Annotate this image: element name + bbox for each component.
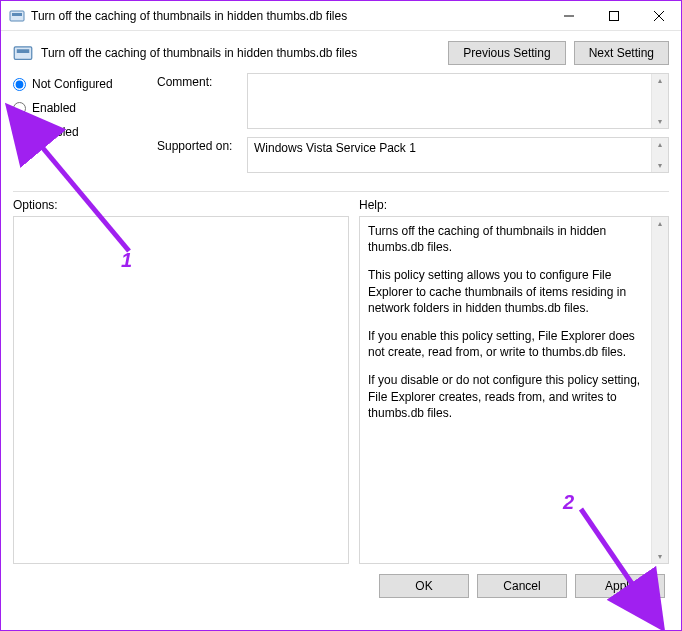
ok-button[interactable]: OK [379,574,469,598]
help-panel: Turns off the caching of thumbnails in h… [359,216,669,564]
options-value [14,217,348,563]
svg-rect-1 [12,13,22,16]
scroll-down-icon[interactable]: ▾ [658,117,662,126]
options-panel [13,216,349,564]
svg-rect-7 [17,49,30,53]
apply-button[interactable]: Apply [575,574,665,598]
scroll-down-icon[interactable]: ▾ [658,161,662,170]
scroll-up-icon[interactable]: ▴ [658,140,662,149]
help-paragraph: This policy setting allows you to config… [368,267,643,316]
lower-labels: Options: Help: [1,198,681,216]
svg-rect-3 [609,11,618,20]
fields-column: Comment: ▴ ▾ Supported on: Windows Vista… [157,73,669,181]
comment-label: Comment: [157,73,247,89]
scroll-up-icon[interactable]: ▴ [658,76,662,85]
help-label: Help: [359,198,387,212]
radio-enabled-input[interactable] [13,102,26,115]
next-setting-button[interactable]: Next Setting [574,41,669,65]
supported-label: Supported on: [157,137,247,153]
help-paragraph: If you enable this policy setting, File … [368,328,643,360]
comment-textarea[interactable]: ▴ ▾ [247,73,669,129]
header-row: Turn off the caching of thumbnails in hi… [1,31,681,73]
lower-area: Turns off the caching of thumbnails in h… [1,216,681,564]
supported-textarea: Windows Vista Service Pack 1 ▴ ▾ [247,137,669,173]
upper-area: Not Configured Enabled Disabled Comment:… [1,73,681,187]
radio-label: Enabled [32,101,76,115]
maximize-button[interactable] [591,1,636,30]
radio-not-configured-input[interactable] [13,78,26,91]
window-controls [546,1,681,30]
close-button[interactable] [636,1,681,30]
footer: OK Cancel Apply [1,564,681,610]
titlebar: Turn off the caching of thumbnails in hi… [1,1,681,31]
radio-enabled[interactable]: Enabled [13,101,143,115]
policy-icon [13,43,33,63]
radio-label: Disabled [32,125,79,139]
help-paragraph: If you disable or do not configure this … [368,372,643,421]
scrollbar[interactable]: ▴ ▾ [651,217,668,563]
radio-disabled[interactable]: Disabled [13,125,143,139]
help-paragraph: Turns off the caching of thumbnails in h… [368,223,643,255]
radio-group: Not Configured Enabled Disabled [13,73,143,181]
radio-disabled-input[interactable] [13,126,26,139]
help-text: Turns off the caching of thumbnails in h… [360,217,651,563]
radio-label: Not Configured [32,77,113,91]
scroll-up-icon[interactable]: ▴ [658,219,662,228]
scrollbar[interactable]: ▴ ▾ [651,138,668,172]
cancel-button[interactable]: Cancel [477,574,567,598]
policy-icon [9,8,25,24]
scrollbar[interactable]: ▴ ▾ [651,74,668,128]
previous-setting-button[interactable]: Previous Setting [448,41,565,65]
supported-value: Windows Vista Service Pack 1 [248,138,651,172]
radio-not-configured[interactable]: Not Configured [13,77,143,91]
divider [13,191,669,192]
policy-title-label: Turn off the caching of thumbnails in hi… [41,46,440,60]
options-label: Options: [13,198,349,212]
comment-value[interactable] [248,74,651,128]
window-title: Turn off the caching of thumbnails in hi… [31,9,546,23]
scroll-down-icon[interactable]: ▾ [658,552,662,561]
minimize-button[interactable] [546,1,591,30]
